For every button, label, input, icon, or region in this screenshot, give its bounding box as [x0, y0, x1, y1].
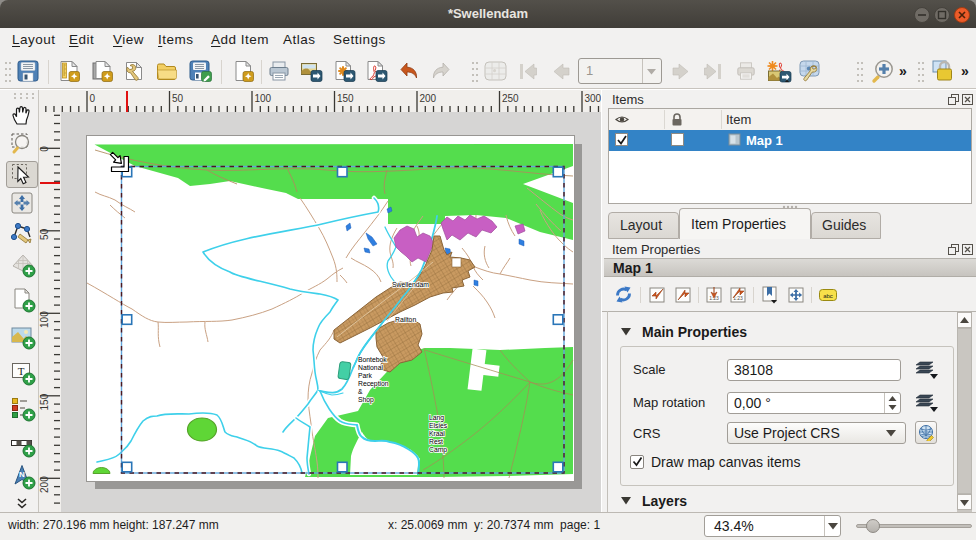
svg-text:150: 150 [337, 93, 354, 104]
svg-text:200: 200 [39, 476, 50, 493]
svg-text:Kraal: Kraal [429, 430, 445, 437]
svg-text:200: 200 [420, 93, 437, 104]
svg-text:Reception: Reception [358, 380, 389, 388]
svg-text:&: & [358, 388, 363, 395]
svg-text:National: National [358, 364, 383, 371]
svg-text:50: 50 [39, 228, 50, 240]
svg-text:50: 50 [172, 93, 184, 104]
svg-text:Rest: Rest [429, 438, 443, 445]
svg-text:Park: Park [358, 372, 373, 379]
svg-text:Elsies: Elsies [429, 422, 448, 429]
svg-text:100: 100 [255, 93, 272, 104]
svg-text:100: 100 [39, 311, 50, 328]
svg-text:Lang: Lang [429, 414, 444, 422]
svg-text:Railton: Railton [395, 316, 416, 323]
svg-text:250: 250 [502, 93, 519, 104]
svg-text:Shop: Shop [358, 396, 374, 404]
svg-text:Swellendam: Swellendam [392, 281, 429, 288]
svg-text:Bontebok: Bontebok [358, 356, 387, 363]
svg-text:0: 0 [39, 146, 50, 152]
svg-text:0: 0 [90, 93, 96, 104]
svg-text:N: N [19, 470, 25, 479]
svg-text:abc: abc [823, 293, 833, 299]
svg-text:T: T [18, 365, 25, 377]
svg-text:150: 150 [39, 393, 50, 410]
svg-text:Camp: Camp [429, 446, 447, 454]
svg-text:300: 300 [585, 93, 602, 104]
